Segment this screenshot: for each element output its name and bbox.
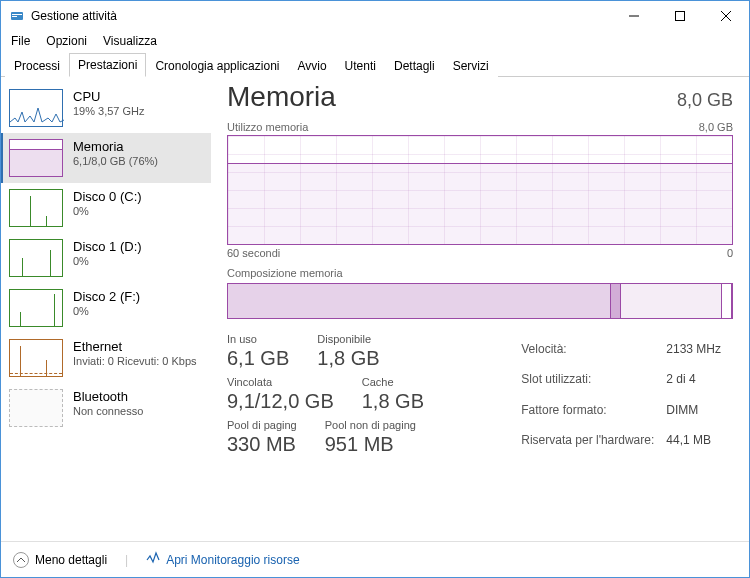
activity-icon (146, 551, 160, 568)
sidebar-item-label: CPU (73, 89, 145, 105)
composition-label: Composizione memoria (227, 267, 733, 279)
minimize-button[interactable] (611, 1, 657, 31)
sidebar-item-sub: 0% (73, 205, 142, 217)
chart-x-left: 60 secondi (227, 247, 280, 259)
stat-label: In uso (227, 333, 289, 345)
content: CPU 19% 3,57 GHz Memoria 6,1/8,0 GB (76%… (1, 77, 749, 541)
composition-bar (227, 283, 733, 319)
chart-max: 8,0 GB (699, 121, 733, 133)
sidebar-item-disco2[interactable]: Disco 2 (F:) 0% (1, 283, 211, 333)
stat-value: 951 MB (325, 433, 416, 456)
sidebar-item-sub: Inviati: 0 Ricevuti: 0 Kbps (73, 355, 197, 367)
titlebar: Gestione attività (1, 1, 749, 31)
chart-label-row: Utilizzo memoria 8,0 GB (227, 121, 733, 133)
sidebar-item-label: Disco 2 (F:) (73, 289, 140, 305)
sidebar-item-cpu[interactable]: CPU 19% 3,57 GHz (1, 83, 211, 133)
stat-value: 330 MB (227, 433, 297, 456)
tab-utenti[interactable]: Utenti (336, 54, 385, 77)
disk-spark-icon (30, 196, 31, 226)
chart-fill (228, 163, 732, 244)
detail-label: Fattore formato: (521, 396, 664, 424)
sidebar-item-label: Disco 0 (C:) (73, 189, 142, 205)
sidebar-item-bluetooth[interactable]: Bluetooth Non connesso (1, 383, 211, 433)
sidebar-item-label: Bluetooth (73, 389, 143, 405)
sidebar-item-sub: 0% (73, 255, 142, 267)
window-title: Gestione attività (31, 9, 117, 23)
sidebar-item-memoria[interactable]: Memoria 6,1/8,0 GB (76%) (1, 133, 211, 183)
stat-value: 9,1/12,0 GB (227, 390, 334, 413)
fewer-details-button[interactable]: Meno dettagli (13, 552, 107, 568)
menu-options[interactable]: Opzioni (38, 32, 95, 50)
tab-servizi[interactable]: Servizi (444, 54, 498, 77)
sidebar-item-disco0[interactable]: Disco 0 (C:) 0% (1, 183, 211, 233)
stat-label: Cache (362, 376, 424, 388)
chart-x-axis: 60 secondi 0 (227, 247, 733, 259)
sidebar-item-label: Memoria (73, 139, 158, 155)
composition-segment (722, 284, 732, 318)
detail-label: Riservata per l'hardware: (521, 426, 664, 454)
detail-value: 2 di 4 (666, 365, 731, 393)
sidebar-item-sub: 6,1/8,0 GB (76%) (73, 155, 158, 167)
menu-view[interactable]: Visualizza (95, 32, 165, 50)
net-spark-icon (10, 373, 62, 374)
disk-spark-icon (20, 312, 21, 326)
detail-label: Velocità: (521, 335, 664, 363)
menu-file[interactable]: File (3, 32, 38, 50)
stats-row: In uso 6,1 GB Disponibile 1,8 GB Vincola… (227, 333, 733, 456)
chart-label: Utilizzo memoria (227, 121, 308, 133)
sidebar-item-label: Disco 1 (D:) (73, 239, 142, 255)
divider: | (125, 553, 128, 567)
memory-usage-chart (227, 135, 733, 245)
close-button[interactable] (703, 1, 749, 31)
stat-label: Disponibile (317, 333, 379, 345)
sidebar-item-label: Ethernet (73, 339, 197, 355)
header-row: Memoria 8,0 GB (227, 81, 733, 113)
total-memory: 8,0 GB (677, 90, 733, 111)
chevron-up-icon (13, 552, 29, 568)
composition-segment (611, 284, 621, 318)
composition-segment (228, 284, 611, 318)
tab-cronologia[interactable]: Cronologia applicazioni (146, 54, 288, 77)
sidebar: CPU 19% 3,57 GHz Memoria 6,1/8,0 GB (76%… (1, 77, 211, 541)
memory-spark-icon (10, 149, 62, 176)
page-title: Memoria (227, 81, 336, 113)
tab-dettagli[interactable]: Dettagli (385, 54, 444, 77)
detail-pane: Memoria 8,0 GB Utilizzo memoria 8,0 GB 6… (211, 77, 749, 541)
detail-value: 2133 MHz (666, 335, 731, 363)
footer: Meno dettagli | Apri Monitoraggio risors… (1, 541, 749, 577)
stat-value: 1,8 GB (317, 347, 379, 370)
tabstrip: Processi Prestazioni Cronologia applicaz… (1, 51, 749, 77)
detail-value: 44,1 MB (666, 426, 731, 454)
svg-rect-1 (12, 14, 22, 15)
sidebar-item-disco1[interactable]: Disco 1 (D:) 0% (1, 233, 211, 283)
disk-spark-icon (22, 258, 23, 276)
bluetooth-icon (9, 389, 63, 427)
stat-value: 6,1 GB (227, 347, 289, 370)
composition-segment (621, 284, 722, 318)
maximize-button[interactable] (657, 1, 703, 31)
stat-label: Vincolata (227, 376, 334, 388)
menubar: File Opzioni Visualizza (1, 31, 749, 51)
chart-x-right: 0 (727, 247, 733, 259)
tab-avvio[interactable]: Avvio (288, 54, 335, 77)
stat-label: Pool di paging (227, 419, 297, 431)
open-resource-monitor-link[interactable]: Apri Monitoraggio risorse (146, 551, 299, 568)
task-manager-icon (9, 8, 25, 24)
detail-value: DIMM (666, 396, 731, 424)
tab-prestazioni[interactable]: Prestazioni (69, 53, 146, 77)
sidebar-item-sub: Non connesso (73, 405, 143, 417)
tab-processi[interactable]: Processi (5, 54, 69, 77)
detail-label: Slot utilizzati: (521, 365, 664, 393)
memory-details-table: Velocità:2133 MHz Slot utilizzati:2 di 4… (519, 333, 733, 456)
svg-rect-2 (12, 16, 17, 17)
sidebar-item-sub: 19% 3,57 GHz (73, 105, 145, 117)
sidebar-item-ethernet[interactable]: Ethernet Inviati: 0 Ricevuti: 0 Kbps (1, 333, 211, 383)
cpu-spark-icon (10, 88, 64, 126)
svg-rect-4 (676, 12, 685, 21)
fewer-details-label: Meno dettagli (35, 553, 107, 567)
open-resource-monitor-label: Apri Monitoraggio risorse (166, 553, 299, 567)
sidebar-item-sub: 0% (73, 305, 140, 317)
stat-label: Pool non di paging (325, 419, 416, 431)
stat-value: 1,8 GB (362, 390, 424, 413)
